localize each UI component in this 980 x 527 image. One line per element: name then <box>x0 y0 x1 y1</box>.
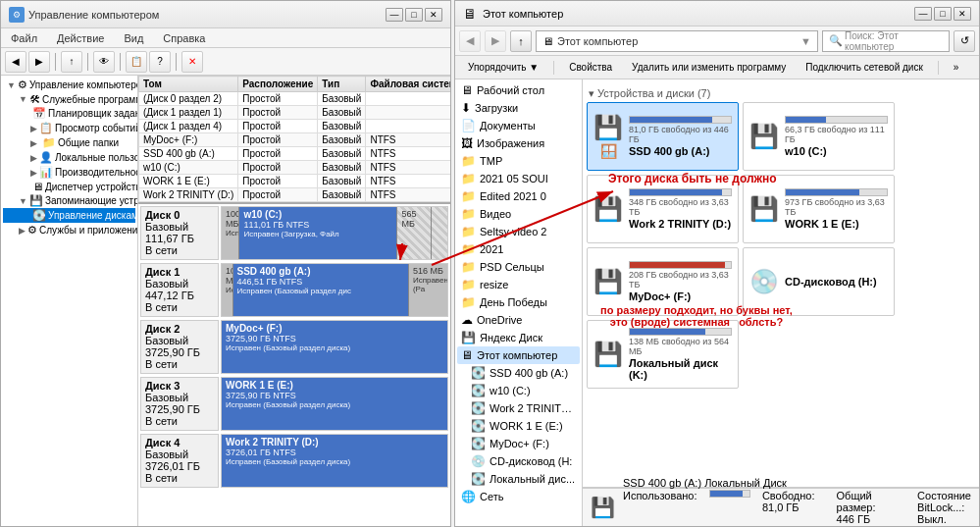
col-type[interactable]: Тип <box>318 77 366 92</box>
disk-partitions-2[interactable]: MyDoc+ (F:) 3725,90 ГБ NTFS Исправен (Ба… <box>221 320 448 374</box>
table-row[interactable]: Work 2 TRINITY (D:) Простой Базовый NTFS… <box>139 188 451 202</box>
table-row[interactable]: SSD 400 gb (A:) Простой Базовый NTFS Исп… <box>139 147 451 161</box>
nav-documents[interactable]: 📄 Документы <box>457 117 580 134</box>
partition-100mb[interactable]: 100 МБ Исправен <box>222 264 233 316</box>
partition-small[interactable] <box>432 207 447 259</box>
forward-button[interactable]: ▶ <box>28 51 50 73</box>
nav-victory[interactable]: 📁 День Победы <box>457 293 580 311</box>
nav-yandex[interactable]: 💾 Яндекс Диск <box>457 329 580 346</box>
nav-local-disk[interactable]: 💽 Локальный дис... <box>457 470 580 488</box>
nav-mydoc[interactable]: 💽 MyDoc+ (F:) <box>457 435 580 452</box>
nav-this-pc[interactable]: 🖥 Этот компьютер <box>457 346 580 364</box>
partition[interactable]: 100 МБ Исправен <box>222 207 239 259</box>
address-dropdown-icon[interactable]: ▼ <box>800 35 811 47</box>
menu-view[interactable]: Вид <box>118 31 149 45</box>
col-volume[interactable]: Том <box>139 77 238 92</box>
nav-seltsy[interactable]: 📁 Seltsy video 2 <box>457 223 580 240</box>
nav-pictures[interactable]: 🖼 Изображения <box>457 134 580 152</box>
partition-work2trinity[interactable]: Work 2 TRINITY (D:) 3726,01 ГБ NTFS Испр… <box>222 435 447 487</box>
refresh-button[interactable]: ↺ <box>954 30 975 52</box>
close-button[interactable]: ✕ <box>425 8 442 22</box>
ribbon-map-drive[interactable]: Подключить сетевой диск <box>799 59 930 76</box>
show-hide-button[interactable]: 👁 <box>93 51 115 73</box>
nav-cdrom[interactable]: 💿 CD-дисковод (H: <box>457 452 580 470</box>
ribbon-uninstall[interactable]: Удалить или изменить программу <box>625 59 793 76</box>
delete-button[interactable]: ✕ <box>181 51 203 73</box>
volume-table[interactable]: Том Расположение Тип Файловая система Со… <box>138 76 450 204</box>
tree-item-services[interactable]: ▶ ⚙ Службы и приложения <box>3 223 135 237</box>
tree-item-scheduler[interactable]: 📅 Планировщик заданий <box>3 106 135 121</box>
nav-network[interactable]: 🌐 Сеть <box>457 488 580 505</box>
drive-w10c[interactable]: 💾 66,3 ГБ свободно из 111 ГБ w10 (C:) <box>743 102 895 171</box>
nav-work2trinity[interactable]: 💽 Work 2 TRINITY ... <box>457 399 580 417</box>
forward-nav-button[interactable]: ▶ <box>485 30 506 52</box>
ribbon-properties[interactable]: Свойства <box>562 59 619 76</box>
table-row[interactable]: WORK 1 E (E:) Простой Базовый NTFS Испра… <box>139 175 451 188</box>
tree-item-devices[interactable]: 🖥 Диспетчер устройств <box>3 180 135 193</box>
ribbon-more[interactable]: » <box>947 59 966 76</box>
tree-toggle[interactable]: ▼ <box>7 80 16 90</box>
nav-resize[interactable]: 📁 resize <box>457 276 580 293</box>
tree-item-folders[interactable]: ▶ 📁 Общие папки <box>3 135 135 150</box>
table-row[interactable]: w10 (C:) Простой Базовый NTFS Исправен (… <box>139 161 451 175</box>
help-button[interactable]: ? <box>149 51 171 73</box>
partition-mydoc[interactable]: MyDoc+ (F:) 3725,90 ГБ NTFS Исправен (Ба… <box>222 321 447 373</box>
nav-tmp[interactable]: 📁 TMP <box>457 152 580 170</box>
exp-minimize-button[interactable]: — <box>914 7 932 21</box>
vol-fs <box>366 92 450 106</box>
col-layout[interactable]: Расположение <box>238 77 318 92</box>
drive-local-k[interactable]: 💾 138 МБ свободно из 564 МБ Локальный ди… <box>587 320 739 389</box>
menu-file[interactable]: Файл <box>5 31 43 45</box>
exp-maximize-button[interactable]: □ <box>934 7 952 21</box>
exp-close-button[interactable]: ✕ <box>954 7 971 21</box>
minimize-button[interactable]: — <box>386 8 403 22</box>
up-nav-button[interactable]: ↑ <box>510 30 532 52</box>
back-button[interactable]: ◀ <box>5 51 26 73</box>
nav-edited[interactable]: 📁 Edited 2021 0 <box>457 187 580 205</box>
drive-bar-container-d <box>629 188 732 196</box>
address-bar[interactable]: 🖥 Этот компьютер ▼ <box>536 30 818 52</box>
disk-partitions-1[interactable]: 100 МБ Исправен SSD 400 gb (A:) 446,51 Г… <box>221 263 448 317</box>
nav-onedrive[interactable]: ☁ OneDrive <box>457 311 580 329</box>
back-nav-button[interactable]: ◀ <box>459 30 481 52</box>
nav-2021[interactable]: 📁 2021 <box>457 240 580 258</box>
table-row[interactable]: (Диск 1 раздел 4) Простой Базовый Исправ… <box>139 120 451 133</box>
ribbon-organize[interactable]: Упорядочить ▼ <box>461 59 545 76</box>
search-box[interactable]: 🔍 Поиск: Этот компьютер <box>822 30 950 52</box>
nav-psd[interactable]: 📁 PSD Сельцы <box>457 258 580 276</box>
tree-item-users[interactable]: ▶ 👤 Локальные пользоват... <box>3 150 135 165</box>
tree-item-disk-mgmt[interactable]: 💽 Управление дисками <box>3 208 135 223</box>
tree-item-storage[interactable]: ▼ 💾 Запоминающие устройст... <box>3 193 135 208</box>
nav-w10[interactable]: 💽 w10 (C:) <box>457 382 580 399</box>
tree-panel[interactable]: ▼ ⚙ Управление компьютером (л ▼ 🛠 Служеб… <box>1 76 138 526</box>
properties-button[interactable]: 📋 <box>126 51 147 73</box>
drive-ssd400[interactable]: 💾 🪟 81,0 ГБ свободно из 446 ГБ SSD 400 g… <box>587 102 739 171</box>
tree-item-performance[interactable]: ▶ 📊 Производительность <box>3 165 135 180</box>
partition-ssd[interactable]: SSD 400 gb (A:) 446,51 ГБ NTFS Исправен … <box>233 264 409 316</box>
table-row[interactable]: MyDoc+ (F:) Простой Базовый NTFS Исправе… <box>139 133 451 147</box>
table-row[interactable]: (Диск 1 раздел 1) Простой Базовый Исправ… <box>139 106 451 120</box>
tree-item-root[interactable]: ▼ ⚙ Управление компьютером (л <box>3 78 135 92</box>
nav-ssd400[interactable]: 💽 SSD 400 gb (A:) <box>457 364 580 382</box>
nav-2021-05[interactable]: 📁 2021 05 SOUI <box>457 170 580 187</box>
maximize-button[interactable]: □ <box>405 8 423 22</box>
nav-video[interactable]: 📁 Видео <box>457 205 580 223</box>
tree-item-events[interactable]: ▶ 📋 Просмотр событий <box>3 121 135 135</box>
disk-partitions-4[interactable]: Work 2 TRINITY (D:) 3726,01 ГБ NTFS Испр… <box>221 434 448 488</box>
disk-partitions-0[interactable]: 100 МБ Исправен w10 (C:) 111,01 ГБ NTFS … <box>221 206 448 260</box>
menu-action[interactable]: Действие <box>51 31 110 45</box>
partition-work1e[interactable]: WORK 1 E (E:) 3725,90 ГБ NTFS Исправен (… <box>222 378 447 430</box>
nav-pane[interactable]: 🖥 Рабочий стол ⬇ Загрузки 📄 Документы 🖼 … <box>455 79 583 526</box>
nav-desktop[interactable]: 🖥 Рабочий стол <box>457 81 580 99</box>
partition-recovery[interactable]: 565 МБ <box>397 207 432 259</box>
disk-partitions-3[interactable]: WORK 1 E (E:) 3725,90 ГБ NTFS Исправен (… <box>221 377 448 431</box>
table-row[interactable]: (Диск 0 раздел 2) Простой Базовый Исправ… <box>139 92 451 106</box>
partition-516mb[interactable]: 516 МБ Исправен (Ра <box>409 264 447 316</box>
menu-help[interactable]: Справка <box>157 31 211 45</box>
nav-downloads[interactable]: ⬇ Загрузки <box>457 99 580 117</box>
up-button[interactable]: ↑ <box>61 51 82 73</box>
tree-item-utilities[interactable]: ▼ 🛠 Служебные программы <box>3 92 135 106</box>
nav-work1e[interactable]: 💽 WORK 1 E (E:) <box>457 417 580 435</box>
col-fs[interactable]: Файловая система <box>366 77 450 92</box>
partition-c[interactable]: w10 (C:) 111,01 ГБ NTFS Исправен (Загруз… <box>239 207 397 259</box>
